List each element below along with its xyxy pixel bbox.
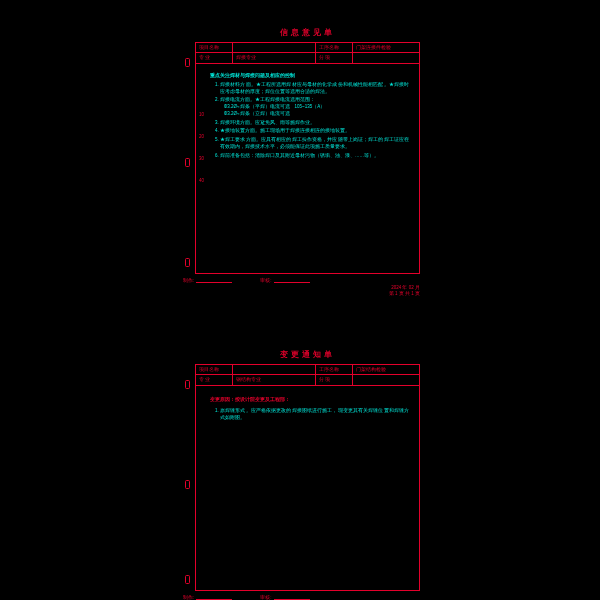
footer-meta: 2024 年 02 月 第 1 页 共 1 页 [195, 285, 420, 298]
list-item: 焊前准备包括：清除焊口及其附近母材污物（锈垢、油、漆、……等）。 [220, 153, 409, 160]
value-specialty: 钢结构专业 [233, 375, 316, 384]
header-row-1: 项目名称 工序名称 门架连接件检验 [196, 43, 419, 53]
binder-hole [185, 575, 190, 584]
content-list: 焊接材料方面。★工程所选用焊材应与母材的化学成份和机械性能相匹配。★焊接时应考虑… [210, 82, 411, 160]
sheet-2: 变更通知单 项目名称 工序名称 门架结构检验 专 业 钢结构专业 分 项 变更原… [195, 350, 420, 600]
sheet-title: 信息意见单 [195, 28, 420, 38]
value-subitem [353, 53, 419, 62]
sign-reviewer: 审核: [260, 594, 309, 600]
value-project [233, 43, 316, 52]
line-numbers: 10 20 30 40 [199, 104, 204, 192]
value-project [233, 365, 316, 374]
sign-author: 制作: [183, 277, 232, 283]
header-row-2: 专 业 钢结构专业 分 项 [196, 375, 419, 385]
value-process: 门架结构检验 [353, 365, 419, 374]
list-item: 原焊缝形式。应严格依据更改的焊接图纸进行施工，现变更其有关焊缝位置和焊缝方式如附… [220, 408, 409, 422]
header-row-1: 项目名称 工序名称 门架结构检验 [196, 365, 419, 375]
list-item: ★接地装置方面。施工现场用于焊接连接相连的接地装置。 [220, 128, 409, 135]
label-process: 工序名称 [316, 365, 353, 374]
form-frame: 项目名称 工序名称 门架结构检验 专 业 钢结构专业 分 项 变更原因：按设计院… [195, 364, 420, 591]
label-subitem: 分 项 [316, 53, 353, 62]
value-subitem [353, 375, 419, 384]
sheet-title: 变更通知单 [195, 350, 420, 360]
binder-hole [185, 380, 190, 389]
content-heading: 重点关注焊材与焊接问题及相应的控制 [210, 72, 411, 78]
binder-hole [185, 480, 190, 489]
header-row-2: 专 业 焊接专业 分 项 [196, 53, 419, 63]
footer-page: 第 1 页 共 1 页 [195, 291, 420, 297]
label-project: 项目名称 [196, 43, 233, 52]
content-body: 变更原因：按设计院变更及工程部： 原焊缝形式。应严格依据更改的焊接图纸进行施工，… [196, 386, 419, 590]
list-item: 焊接环境方面。应避免风、雨等施焊作业。 [220, 120, 409, 127]
content-heading: 变更原因：按设计院变更及工程部： [210, 396, 411, 402]
binder-hole [185, 158, 190, 167]
signature-row: 制作: 审核: [183, 277, 420, 283]
sign-reviewer: 审核: [260, 277, 309, 283]
label-specialty: 专 业 [196, 375, 233, 384]
list-item: ★焊工要求方面。应具有相应的焊工操作资格，并应随带上岗证；焊工的焊工证应在有效期… [220, 137, 409, 151]
binder-hole [185, 58, 190, 67]
binder-hole [185, 258, 190, 267]
signature-row: 制作: 审核: [183, 594, 420, 600]
content-body: 10 20 30 40 重点关注焊材与焊接问题及相应的控制 焊接材料方面。★工程… [196, 64, 419, 273]
value-process: 门架连接件检验 [353, 43, 419, 52]
sign-author: 制作: [183, 594, 232, 600]
sheet-1: 信息意见单 项目名称 工序名称 门架连接件检验 专 业 焊接专业 分 项 10 … [195, 28, 420, 308]
label-subitem: 分 项 [316, 375, 353, 384]
label-process: 工序名称 [316, 43, 353, 52]
content-list: 原焊缝形式。应严格依据更改的焊接图纸进行施工，现变更其有关焊缝位置和焊缝方式如附… [210, 408, 411, 422]
list-item: 焊接电流方面。★工程焊接电流选用范围： Φ3.2Ø≈焊条（平焊）电流可选 105… [220, 97, 409, 117]
label-project: 项目名称 [196, 365, 233, 374]
list-item: 焊接材料方面。★工程所选用焊材应与母材的化学成份和机械性能相匹配。★焊接时应考虑… [220, 82, 409, 96]
label-specialty: 专 业 [196, 53, 233, 62]
value-specialty: 焊接专业 [233, 53, 316, 62]
form-frame: 项目名称 工序名称 门架连接件检验 专 业 焊接专业 分 项 10 20 30 … [195, 42, 420, 274]
